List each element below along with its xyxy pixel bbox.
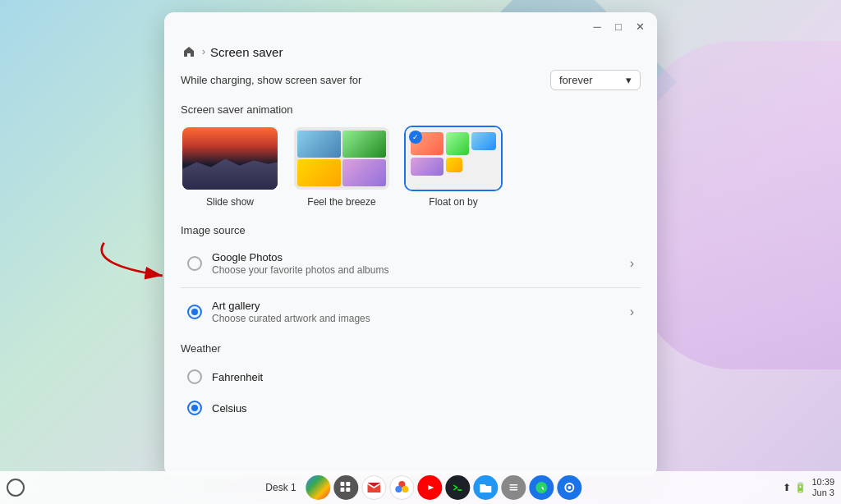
terminal-icon[interactable]	[446, 475, 471, 500]
settings-app-icon[interactable]	[558, 475, 582, 500]
battery-icon[interactable]: 🔋	[794, 482, 807, 493]
breeze-photo-4	[342, 159, 386, 186]
float-thumb-bg: ✓	[406, 127, 501, 190]
taskbar-center: Desk 1	[259, 475, 581, 500]
float-photo-5	[446, 158, 462, 172]
svg-point-16	[568, 486, 572, 489]
art-gallery-name: Art gallery	[212, 300, 630, 312]
slideshow-thumb-bg	[182, 127, 278, 190]
breeze-photo-1	[297, 131, 341, 158]
celsius-label: Celsius	[212, 402, 634, 415]
svg-rect-13	[510, 489, 518, 491]
google-photos-name: Google Photos	[212, 251, 630, 263]
celsius-radio-inner	[191, 405, 198, 411]
animation-item-breeze[interactable]: Feel the breeze	[292, 126, 391, 208]
slideshow-thumbnail	[181, 126, 279, 191]
breeze-thumb-bg	[294, 127, 389, 190]
float-thumbnail: ✓	[404, 126, 503, 191]
more-icon[interactable]	[502, 475, 526, 500]
sys-tray: ⬆ 🔋	[783, 482, 807, 493]
chrome-icon[interactable]	[306, 475, 331, 500]
breeze-photo-2	[342, 131, 386, 158]
files-icon[interactable]	[474, 475, 499, 500]
art-gallery-radio	[187, 305, 202, 319]
breadcrumb: › Screen saver	[164, 40, 657, 70]
dropdown-arrow-icon: ▾	[626, 74, 632, 86]
duration-value: forever	[559, 74, 592, 86]
svg-point-6	[402, 486, 409, 493]
source-item-google-photos[interactable]: Google Photos Choose your favorite photo…	[181, 243, 641, 284]
charging-label: While charging, show screen saver for	[181, 74, 361, 86]
animation-item-float[interactable]: ✓ Float on by	[404, 126, 503, 208]
svg-rect-11	[510, 484, 518, 486]
float-label: Float on by	[429, 196, 477, 208]
bg-decoration-2	[636, 41, 841, 369]
settings-content: While charging, show screen saver for fo…	[164, 70, 657, 476]
google-photos-chevron-icon: ›	[630, 256, 634, 271]
page-title: Screen saver	[210, 45, 283, 59]
taskbar-left	[7, 479, 25, 497]
breadcrumb-separator: ›	[202, 46, 205, 57]
breeze-photo-3	[297, 159, 341, 186]
fahrenheit-text: Fahrenheit	[212, 371, 634, 383]
slideshow-rocks	[182, 155, 278, 190]
weather-header: Weather	[181, 342, 641, 355]
weather-item-celsius[interactable]: Celsius	[181, 392, 641, 424]
home-icon[interactable]	[181, 44, 197, 60]
breeze-label: Feel the breeze	[307, 196, 375, 208]
animation-section-header: Screen saver animation	[181, 103, 641, 116]
breeze-thumbnail	[292, 126, 391, 191]
charging-row: While charging, show screen saver for fo…	[181, 70, 641, 90]
svg-point-7	[396, 486, 402, 493]
fahrenheit-label: Fahrenheit	[212, 371, 634, 383]
google-photos-text: Google Photos Choose your favorite photo…	[212, 251, 630, 276]
slideshow-label: Slide show	[206, 196, 254, 208]
divider-1	[181, 287, 641, 288]
art-gallery-desc: Choose curated artwork and images	[212, 313, 630, 324]
minimize-button[interactable]: ─	[590, 19, 604, 34]
app-grid-icon[interactable]	[334, 475, 359, 500]
art-gallery-chevron-icon: ›	[630, 305, 634, 319]
whatsapp-icon[interactable]	[530, 475, 554, 500]
selected-check-icon: ✓	[409, 131, 422, 144]
svg-rect-4	[347, 488, 351, 492]
celsius-radio	[187, 401, 202, 415]
time-display[interactable]: 10:39 Jun 3	[811, 477, 834, 498]
svg-rect-1	[341, 482, 345, 486]
source-item-art-gallery[interactable]: Art gallery Choose curated artwork and i…	[181, 291, 641, 332]
float-photo-2	[446, 132, 469, 155]
art-gallery-text: Art gallery Choose curated artwork and i…	[212, 300, 630, 324]
network-icon[interactable]: ⬆	[783, 482, 791, 493]
animation-grid: Slide show Feel the breeze	[181, 126, 641, 208]
desk-label[interactable]: Desk 1	[259, 480, 302, 495]
google-photos-radio	[187, 256, 202, 271]
art-gallery-radio-inner	[191, 309, 198, 315]
fahrenheit-radio	[187, 369, 202, 384]
google-photos-desc: Choose your favorite photos and albums	[212, 264, 630, 276]
duration-dropdown[interactable]: forever ▾	[550, 70, 641, 90]
svg-rect-12	[510, 487, 518, 488]
clock-date: Jun 3	[812, 488, 834, 498]
google-photos-icon[interactable]	[390, 475, 415, 500]
youtube-icon[interactable]	[418, 475, 443, 500]
float-photo-3	[471, 132, 496, 150]
title-bar: ─ □ ✕	[164, 12, 657, 40]
celsius-text: Celsius	[212, 402, 634, 415]
svg-rect-2	[347, 482, 351, 486]
maximize-button[interactable]: □	[611, 19, 626, 34]
taskbar: Desk 1	[0, 471, 841, 504]
weather-item-fahrenheit[interactable]: Fahrenheit	[181, 361, 641, 392]
gmail-icon[interactable]	[362, 475, 387, 500]
image-source-header: Image source	[181, 224, 641, 236]
clock-time: 10:39	[811, 477, 834, 488]
settings-window: ─ □ ✕ › Screen saver While charging, sho…	[164, 12, 657, 476]
svg-rect-3	[341, 488, 345, 492]
animation-item-slideshow[interactable]: Slide show	[181, 126, 279, 208]
launcher-button[interactable]	[7, 479, 25, 497]
close-button[interactable]: ✕	[632, 19, 647, 34]
float-photo-4	[411, 158, 443, 176]
taskbar-right: ⬆ 🔋 10:39 Jun 3	[783, 477, 834, 498]
